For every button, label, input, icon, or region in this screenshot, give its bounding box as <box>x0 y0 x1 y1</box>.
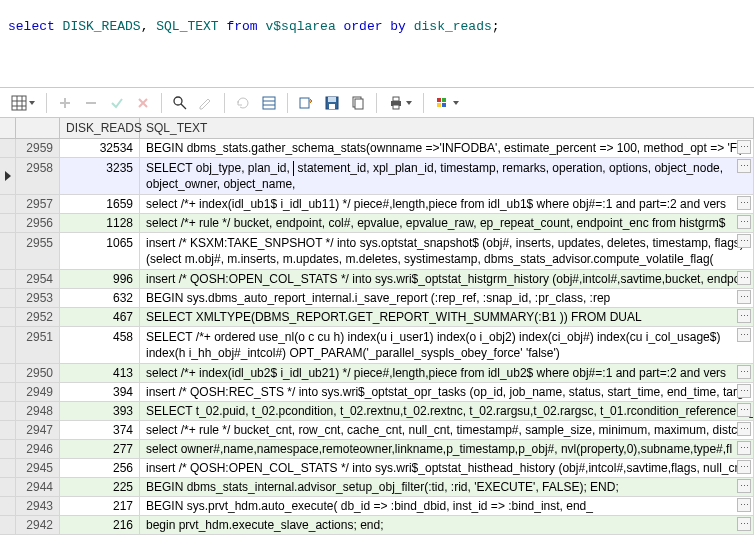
cell-editor-button[interactable]: ⋯ <box>737 328 751 342</box>
cell-sql-text[interactable]: BEGIN dbms_stats.gather_schema_stats(own… <box>140 139 754 158</box>
toolbar-separator <box>376 93 377 113</box>
table-row[interactable]: 2948393SELECT t_02.puid, t_02.pcondition… <box>0 402 754 421</box>
cell-editor-button[interactable]: ⋯ <box>737 309 751 323</box>
cell-disk-reads[interactable]: 217 <box>60 497 140 516</box>
row-indicator <box>0 139 16 158</box>
cell-sql-text[interactable]: insert /* KSXM:TAKE_SNPSHOT */ into sys.… <box>140 233 754 270</box>
cell-disk-reads[interactable]: 3235 <box>60 158 140 195</box>
cell-sql-text[interactable]: BEGIN dbms_stats_internal.advisor_setup_… <box>140 478 754 497</box>
cell-disk-reads[interactable]: 374 <box>60 421 140 440</box>
cell-editor-button[interactable]: ⋯ <box>737 365 751 379</box>
table-row[interactable]: 2950413select /*+ index(idl_ub2$ i_idl_u… <box>0 364 754 383</box>
grid-header-disk-reads[interactable]: DISK_READS <box>60 118 140 138</box>
cell-editor-button[interactable]: ⋯ <box>737 460 751 474</box>
cell-editor-button[interactable]: ⋯ <box>737 422 751 436</box>
grid-options-button[interactable] <box>6 91 40 115</box>
cell-editor-button[interactable]: ⋯ <box>737 290 751 304</box>
cell-disk-reads[interactable]: 216 <box>60 516 140 535</box>
toolbar-separator <box>161 93 162 113</box>
highlight-button[interactable] <box>430 91 464 115</box>
cell-sql-text[interactable]: insert /* QOSH:REC_STS */ into sys.wri$_… <box>140 383 754 402</box>
cell-editor-button[interactable]: ⋯ <box>737 441 751 455</box>
table-row[interactable]: 2943217BEGIN sys.prvt_hdm.auto_execute( … <box>0 497 754 516</box>
cell-editor-button[interactable]: ⋯ <box>737 498 751 512</box>
row-indicator <box>0 327 16 364</box>
table-row[interactable]: 2953632BEGIN sys.dbms_auto_report_intern… <box>0 289 754 308</box>
find-button[interactable] <box>168 91 192 115</box>
toolbar-separator <box>224 93 225 113</box>
cell-disk-reads[interactable]: 256 <box>60 459 140 478</box>
table-row[interactable]: 29571659select /*+ index(idl_ub1$ i_idl_… <box>0 195 754 214</box>
print-button[interactable] <box>383 91 417 115</box>
copy-button[interactable] <box>346 91 370 115</box>
cell-sql-text[interactable]: insert /* QOSH:OPEN_COL_STATS */ into sy… <box>140 270 754 289</box>
cell-disk-reads[interactable]: 225 <box>60 478 140 497</box>
single-record-button[interactable] <box>257 91 281 115</box>
row-indicator <box>0 421 16 440</box>
table-row[interactable]: 2942216begin prvt_hdm.execute_slave_acti… <box>0 516 754 535</box>
row-indicator <box>0 158 16 195</box>
save-button[interactable] <box>320 91 344 115</box>
cell-disk-reads[interactable]: 277 <box>60 440 140 459</box>
table-row[interactable]: 2949394insert /* QOSH:REC_STS */ into sy… <box>0 383 754 402</box>
cell-editor-button[interactable]: ⋯ <box>737 234 751 248</box>
toolbar-separator <box>46 93 47 113</box>
cell-sql-text[interactable]: select /*+ rule */ bucket, endpoint, col… <box>140 214 754 233</box>
cell-sql-text[interactable]: SELECT obj_type, plan_id, statement_id, … <box>140 158 754 195</box>
table-row[interactable]: 2946277select owner#,name,namespace,remo… <box>0 440 754 459</box>
cell-disk-reads[interactable]: 393 <box>60 402 140 421</box>
cell-disk-reads[interactable]: 32534 <box>60 139 140 158</box>
cell-disk-reads[interactable]: 413 <box>60 364 140 383</box>
chevron-down-icon <box>453 101 459 105</box>
table-row[interactable]: 295932534BEGIN dbms_stats.gather_schema_… <box>0 139 754 158</box>
export-button[interactable] <box>294 91 318 115</box>
cell-disk-reads[interactable]: 394 <box>60 383 140 402</box>
cell-editor-button[interactable]: ⋯ <box>737 159 751 173</box>
cell-sql-text[interactable]: SELECT t_02.puid, t_02.pcondition, t_02.… <box>140 402 754 421</box>
cell-disk-reads[interactable]: 1065 <box>60 233 140 270</box>
text-cursor <box>293 161 294 176</box>
cell-editor-button[interactable]: ⋯ <box>737 140 751 154</box>
cell-editor-button[interactable]: ⋯ <box>737 403 751 417</box>
cell-sql-text[interactable]: insert /* QOSH:OPEN_COL_STATS */ into sy… <box>140 459 754 478</box>
cell-editor-button[interactable]: ⋯ <box>737 215 751 229</box>
commit-button <box>105 91 129 115</box>
svg-rect-15 <box>328 97 336 102</box>
cell-editor-button[interactable]: ⋯ <box>737 384 751 398</box>
table-row[interactable]: 2952467SELECT XMLTYPE(DBMS_REPORT.GET_RE… <box>0 308 754 327</box>
table-row[interactable]: 2951458SELECT /*+ ordered use_nl(o c cu … <box>0 327 754 364</box>
toolbar-separator <box>287 93 288 113</box>
cell-editor-button[interactable]: ⋯ <box>737 196 751 210</box>
cell-sql-text[interactable]: SELECT XMLTYPE(DBMS_REPORT.GET_REPORT_WI… <box>140 308 754 327</box>
table-row[interactable]: 2947374select /*+ rule */ bucket_cnt, ro… <box>0 421 754 440</box>
toolbar-separator <box>423 93 424 113</box>
cell-disk-reads[interactable]: 458 <box>60 327 140 364</box>
table-row[interactable]: 29561128select /*+ rule */ bucket, endpo… <box>0 214 754 233</box>
grid-header-sql-text[interactable]: SQL_TEXT <box>140 118 754 138</box>
table-row[interactable]: 29583235SELECT obj_type, plan_id, statem… <box>0 158 754 195</box>
cell-sql-text[interactable]: select owner#,name,namespace,remoteowner… <box>140 440 754 459</box>
table-row[interactable]: 2944225BEGIN dbms_stats_internal.advisor… <box>0 478 754 497</box>
cell-editor-button[interactable]: ⋯ <box>737 479 751 493</box>
cell-sql-text[interactable]: BEGIN sys.prvt_hdm.auto_execute( db_id =… <box>140 497 754 516</box>
results-grid[interactable]: DISK_READS SQL_TEXT 295932534BEGIN dbms_… <box>0 118 754 537</box>
table-row[interactable]: 2954996insert /* QOSH:OPEN_COL_STATS */ … <box>0 270 754 289</box>
cell-sql-text[interactable]: select /*+ index(idl_ub1$ i_idl_ub11) */… <box>140 195 754 214</box>
cell-sql-text[interactable]: BEGIN sys.dbms_auto_report_internal.i_sa… <box>140 289 754 308</box>
cell-sql-text[interactable]: SELECT /*+ ordered use_nl(o c cu h) inde… <box>140 327 754 364</box>
cell-disk-reads[interactable]: 467 <box>60 308 140 327</box>
table-row[interactable]: 29551065insert /* KSXM:TAKE_SNPSHOT */ i… <box>0 233 754 270</box>
cell-sql-text[interactable]: select /*+ index(idl_ub2$ i_idl_ub21) */… <box>140 364 754 383</box>
cell-disk-reads[interactable]: 632 <box>60 289 140 308</box>
cell-editor-button[interactable]: ⋯ <box>737 517 751 531</box>
grid-body[interactable]: 295932534BEGIN dbms_stats.gather_schema_… <box>0 139 754 535</box>
cell-sql-text[interactable]: begin prvt_hdm.execute_slave_actions; en… <box>140 516 754 535</box>
table-row[interactable]: 2945256insert /* QOSH:OPEN_COL_STATS */ … <box>0 459 754 478</box>
cell-disk-reads[interactable]: 1128 <box>60 214 140 233</box>
current-row-arrow-icon <box>5 171 11 181</box>
cell-disk-reads[interactable]: 1659 <box>60 195 140 214</box>
cell-editor-button[interactable]: ⋯ <box>737 271 751 285</box>
sql-editor[interactable]: select DISK_READS, SQL_TEXT from v$sqlar… <box>0 0 754 88</box>
cell-disk-reads[interactable]: 996 <box>60 270 140 289</box>
cell-sql-text[interactable]: select /*+ rule */ bucket_cnt, row_cnt, … <box>140 421 754 440</box>
